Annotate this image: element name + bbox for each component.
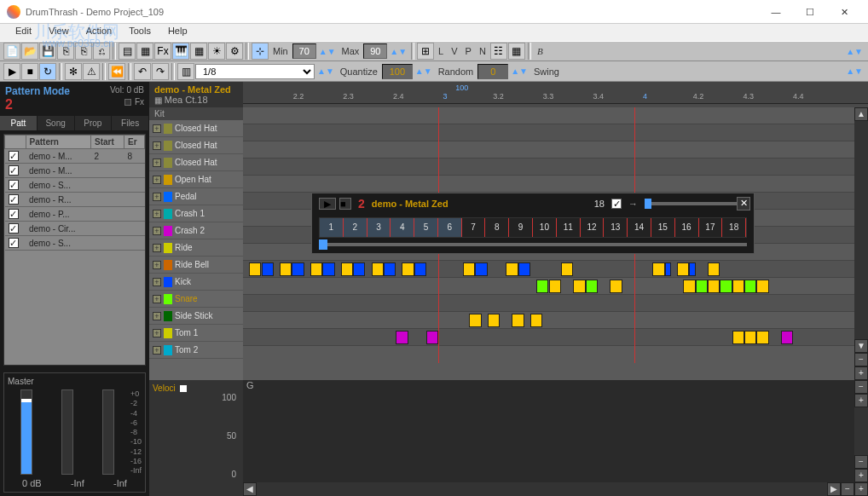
hzoom-minus[interactable]: − <box>841 482 854 496</box>
note[interactable] <box>310 262 322 276</box>
step-cell[interactable]: 9 <box>509 218 533 237</box>
grid-row[interactable] <box>243 261 854 278</box>
kit-row[interactable]: +Side Stick <box>149 308 243 325</box>
note[interactable] <box>732 331 744 344</box>
kit-row[interactable]: +Tom 1 <box>149 325 243 342</box>
letter-p[interactable]: P <box>462 46 475 56</box>
note[interactable] <box>353 262 365 276</box>
min-arrows[interactable]: ▲▼ <box>317 47 338 56</box>
note[interactable] <box>683 280 695 293</box>
quantize-arrows[interactable]: ▲▼ <box>414 66 434 76</box>
step-cell[interactable]: 17 <box>699 218 723 237</box>
letter-v[interactable]: V <box>448 46 460 56</box>
note[interactable] <box>573 280 585 293</box>
expand-icon[interactable]: + <box>153 278 161 286</box>
note-grid[interactable]: ▶ ■ 2 demo - Metal Zed 18 ✓ → ✕ 12345678… <box>243 107 854 380</box>
note[interactable] <box>463 262 475 276</box>
note[interactable] <box>488 314 500 327</box>
velocity-checkbox[interactable] <box>179 384 188 393</box>
max-arrows[interactable]: ▲▼ <box>388 47 408 56</box>
step-cell[interactable]: 18 <box>722 218 746 237</box>
step-cell[interactable]: 10 <box>533 218 557 237</box>
popup-slider-2[interactable] <box>319 243 747 246</box>
kit-color[interactable] <box>164 294 172 304</box>
kit-color[interactable] <box>164 328 172 338</box>
minimize-button[interactable]: — <box>759 2 793 22</box>
velocity-grid[interactable]: G <box>243 380 854 482</box>
note[interactable] <box>292 262 304 276</box>
tab-prop[interactable]: Prop <box>75 116 113 130</box>
note[interactable] <box>384 262 396 276</box>
kit-row[interactable]: +Ride <box>149 239 243 257</box>
toolbar-arrows-right[interactable]: ▲▼ <box>844 47 865 56</box>
note[interactable] <box>536 280 548 293</box>
note[interactable] <box>249 262 261 276</box>
kit-row[interactable]: +Snare <box>149 291 243 308</box>
redo-button[interactable]: ↷ <box>152 63 169 80</box>
tool-btn-7[interactable]: ▤ <box>119 43 136 60</box>
quantize-input[interactable] <box>382 64 413 79</box>
hscroll-right[interactable]: ▶ <box>827 482 841 496</box>
loop-button[interactable]: ↻ <box>39 63 56 80</box>
expand-icon[interactable]: + <box>153 227 161 235</box>
grid-arrows[interactable]: ▲▼ <box>315 66 336 76</box>
random-input[interactable] <box>477 64 508 79</box>
note[interactable] <box>696 280 708 293</box>
min-input[interactable] <box>292 43 316 59</box>
menu-action[interactable]: Action <box>78 24 121 41</box>
step-cell[interactable]: 8 <box>485 218 509 237</box>
timeline-ruler[interactable]: 2.22.32.431003.23.33.444.24.34.4 <box>243 82 868 104</box>
expand-icon[interactable]: + <box>153 244 161 252</box>
step-cell[interactable]: 6 <box>438 218 462 237</box>
popup-check[interactable]: ✓ <box>611 199 622 209</box>
note[interactable] <box>469 314 481 327</box>
kit-row[interactable]: +Closed Hat <box>149 154 243 171</box>
kit-color[interactable] <box>164 311 172 321</box>
kit-color[interactable] <box>164 226 172 236</box>
open-button[interactable]: 📂 <box>21 43 38 60</box>
vscroll-up[interactable]: ▲ <box>854 107 868 121</box>
grid-row[interactable] <box>243 278 854 295</box>
note[interactable] <box>708 262 720 276</box>
note[interactable] <box>652 262 664 276</box>
vel-plus[interactable]: + <box>854 394 868 407</box>
expand-icon[interactable]: + <box>153 193 161 201</box>
hscroll-track[interactable] <box>257 482 827 496</box>
step-cell[interactable]: 16 <box>675 218 699 237</box>
stop-button[interactable]: ■ <box>21 63 38 80</box>
undo-button[interactable]: ↶ <box>134 63 151 80</box>
menu-edit[interactable]: Edit <box>7 24 40 41</box>
row-check[interactable]: ✓ <box>9 194 19 205</box>
note[interactable] <box>744 331 756 344</box>
note[interactable] <box>561 262 573 276</box>
play-button[interactable]: ▶ <box>3 63 20 80</box>
note[interactable] <box>396 331 408 344</box>
note[interactable] <box>744 280 756 293</box>
row-check[interactable]: ✓ <box>9 209 19 219</box>
menu-help[interactable]: Help <box>159 24 196 41</box>
expand-icon[interactable]: + <box>153 210 161 218</box>
popup-slider-1[interactable] <box>645 199 651 209</box>
tool-btn-11[interactable]: ▦ <box>190 43 207 60</box>
popup-play[interactable]: ▶ <box>319 198 336 210</box>
vscroll-track[interactable] <box>854 121 868 339</box>
kit-color[interactable] <box>164 260 172 270</box>
note[interactable] <box>530 314 542 327</box>
tab-files[interactable]: Files <box>112 116 149 130</box>
note[interactable] <box>426 331 438 344</box>
pattern-row[interactable]: ✓demo - M... <box>5 164 145 178</box>
random-arrows[interactable]: ▲▼ <box>509 66 529 76</box>
tool-btn-13[interactable]: ⚙ <box>226 43 243 60</box>
grid-row[interactable] <box>243 141 854 159</box>
note[interactable] <box>322 262 334 276</box>
kit-row[interactable]: +Crash 2 <box>149 222 243 239</box>
tool-btn-14[interactable]: ☷ <box>490 43 507 60</box>
step-cell[interactable]: 7 <box>462 218 486 237</box>
expand-icon[interactable]: + <box>153 329 161 337</box>
note[interactable] <box>402 262 414 276</box>
kit-color[interactable] <box>164 124 172 134</box>
tool-btn-warn[interactable]: ⚠ <box>83 63 100 80</box>
note[interactable] <box>341 262 353 276</box>
note[interactable] <box>414 262 426 276</box>
expand-icon[interactable]: + <box>153 261 161 269</box>
